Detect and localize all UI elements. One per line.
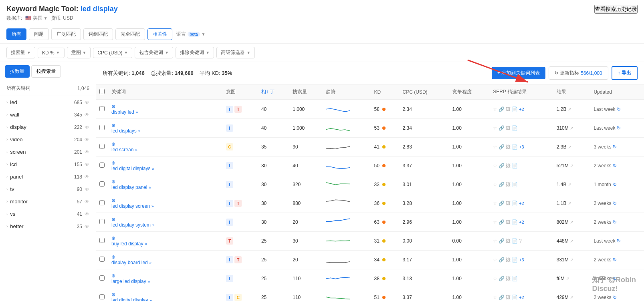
competition-col-header[interactable]: 竞争程度 [449, 84, 490, 100]
table-row: ⊕ led screan » C 35 90 41 2.83 1.00 ☆ 🔗 … [96, 138, 644, 157]
refresh-icon[interactable]: ↻ [613, 219, 617, 225]
refresh-icon[interactable]: ↻ [613, 182, 617, 187]
lang-filter[interactable]: 语言 beta ▼ [176, 31, 205, 38]
search-volume-filter[interactable]: 搜索量 ▼ [6, 47, 35, 58]
refresh-icon[interactable]: ↻ [613, 144, 617, 150]
keyword-link[interactable]: display led » [111, 109, 220, 115]
expand-icon[interactable]: ⊕ [111, 217, 115, 222]
row-checkbox-cell[interactable] [96, 213, 108, 232]
sidebar-item[interactable]: › tv 90 👁 [0, 183, 96, 195]
row-checkbox-cell[interactable] [96, 251, 108, 269]
sidebar-item[interactable]: › panel 118 👁 [0, 171, 96, 183]
select-all-checkbox[interactable] [99, 89, 105, 94]
volume-cell: 880 [289, 194, 323, 213]
row-checkbox[interactable] [99, 294, 105, 299]
refresh-icon[interactable]: ↻ [613, 163, 617, 169]
expand-icon[interactable]: ⊕ [111, 198, 115, 203]
view-by-search-button[interactable]: 按搜索量 [31, 65, 61, 78]
kd-filter[interactable]: KD % ▼ [38, 48, 65, 58]
expand-icon[interactable]: ⊕ [111, 179, 115, 185]
sidebar-item[interactable]: › monitor 57 👁 [0, 195, 96, 208]
keyword-link[interactable]: led digital displays » [111, 166, 220, 171]
row-checkbox-cell[interactable] [96, 194, 108, 213]
row-checkbox[interactable] [99, 200, 105, 205]
sidebar-item[interactable]: › video 204 👁 [0, 133, 96, 146]
row-checkbox[interactable] [99, 125, 105, 130]
volume-col-header[interactable]: 搜索量 [289, 84, 323, 100]
expand-icon[interactable]: ⊕ [111, 104, 115, 109]
tab-question[interactable]: 问题 [29, 28, 49, 40]
keyword-link[interactable]: led displays » [111, 128, 220, 134]
sidebar-item[interactable]: › wall 345 👁 [0, 108, 96, 121]
tab-phrase[interactable]: 词组匹配 [83, 28, 113, 40]
tab-related[interactable]: 相关性 [147, 28, 172, 40]
row-checkbox-cell[interactable] [96, 157, 108, 175]
tab-broad[interactable]: 广泛匹配 [51, 28, 81, 40]
advanced-filter[interactable]: 高级筛选器 ▼ [216, 47, 255, 58]
kd-col-header[interactable]: KD [371, 84, 400, 100]
add-to-list-button[interactable]: + 添加到关键词列表 [492, 67, 545, 79]
country-flag[interactable]: 🇺🇸 美国 ▼ [25, 15, 47, 22]
refresh-icon[interactable]: ↻ [613, 295, 617, 300]
keyword-link[interactable]: led display panel » [111, 185, 220, 190]
keyword-link[interactable]: led screan » [111, 147, 220, 153]
view-by-count-button[interactable]: 按数量 [5, 65, 30, 78]
refresh-icon[interactable]: ↻ [617, 106, 621, 112]
row-checkbox[interactable] [99, 144, 105, 149]
results-col-header: 结果 [553, 84, 591, 100]
refresh-icon[interactable]: ↻ [613, 276, 617, 281]
tab-exact[interactable]: 完全匹配 [115, 28, 145, 40]
intent-badge: I [226, 106, 233, 113]
select-all-header[interactable] [96, 84, 108, 100]
include-keywords-filter[interactable]: 包含关键词 ▼ [135, 47, 173, 58]
keyword-link[interactable]: large led display » [111, 279, 220, 284]
intent-filter[interactable]: 意图 ▼ [67, 47, 91, 58]
row-checkbox-cell[interactable] [96, 269, 108, 288]
exclude-keywords-filter[interactable]: 排除关键词 ▼ [176, 47, 214, 58]
keyword-link[interactable]: display board led » [111, 260, 220, 265]
expand-icon[interactable]: ⊕ [111, 292, 115, 297]
refresh-icon[interactable]: ↻ [613, 201, 617, 206]
expand-icon[interactable]: ⊕ [111, 235, 115, 241]
row-checkbox[interactable] [99, 181, 105, 187]
expand-icon[interactable]: ⊕ [111, 122, 115, 128]
expand-icon[interactable]: ⊕ [111, 254, 115, 260]
update-metrics-button[interactable]: ↻ 更新指标 566/1,000 [549, 66, 608, 80]
expand-icon[interactable]: ⊕ [111, 141, 115, 147]
keyword-link[interactable]: led display system » [111, 222, 220, 228]
tab-all[interactable]: 所有 [6, 28, 26, 40]
row-checkbox-cell[interactable] [96, 175, 108, 194]
keyword-link[interactable]: led digital display » [111, 297, 220, 301]
row-checkbox[interactable] [99, 257, 105, 262]
link-icon: 🔗 [499, 276, 505, 281]
refresh-icon[interactable]: ↻ [613, 257, 617, 263]
sidebar-item[interactable]: › better 35 👁 [0, 220, 96, 233]
row-checkbox[interactable] [99, 106, 105, 111]
sidebar-item[interactable]: › led 685 👁 [0, 96, 96, 108]
difficulty-col-header[interactable]: 相↑ 丁 [258, 84, 289, 100]
keyword-link[interactable]: led display screen » [111, 203, 220, 209]
row-checkbox-cell[interactable] [96, 232, 108, 251]
row-checkbox[interactable] [99, 163, 105, 168]
row-checkbox-cell[interactable] [96, 100, 108, 119]
row-checkbox-cell[interactable] [96, 119, 108, 138]
row-checkbox-cell[interactable] [96, 288, 108, 301]
export-button[interactable]: ↑ 导出 [612, 66, 638, 80]
refresh-icon[interactable]: ↻ [617, 125, 621, 131]
row-checkbox[interactable] [99, 238, 105, 243]
difficulty-cell: 35 [258, 138, 289, 157]
expand-icon[interactable]: ⊕ [111, 160, 115, 166]
row-checkbox[interactable] [99, 219, 105, 224]
cpc-filter[interactable]: CPC (USD) ▼ [93, 48, 132, 58]
expand-icon[interactable]: ⊕ [111, 273, 115, 279]
keyword-link[interactable]: buy led display » [111, 241, 220, 247]
sidebar-item[interactable]: › display 222 👁 [0, 121, 96, 133]
sidebar-item[interactable]: › screen 201 👁 [0, 146, 96, 158]
row-checkbox[interactable] [99, 275, 105, 281]
row-checkbox-cell[interactable] [96, 138, 108, 157]
sidebar-item[interactable]: › vs 41 👁 [0, 208, 96, 220]
sidebar-item[interactable]: › lcd 155 👁 [0, 158, 96, 171]
refresh-icon[interactable]: ↻ [617, 238, 621, 244]
cpc-col-header[interactable]: CPC (USD) [400, 84, 449, 100]
history-button[interactable]: 查看搜索历史记录 [594, 5, 638, 14]
